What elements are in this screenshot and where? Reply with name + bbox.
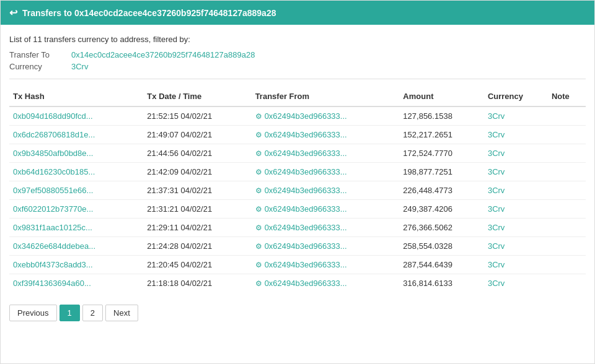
previous-button[interactable]: Previous <box>9 305 57 321</box>
row-currency: 3Crv <box>484 181 548 200</box>
note <box>548 106 586 126</box>
tx-hash-link[interactable]: 0x9b34850afb0bd8e... <box>13 149 93 158</box>
transfer-to-row: Transfer To 0x14ec0cd2acee4ce37260b925f7… <box>9 50 586 59</box>
page-header: ↩ Transfers to 0x14ec0cd2acee4ce37260b92… <box>1 1 594 25</box>
col-amount: Amount <box>399 87 484 106</box>
tx-hash-link[interactable]: 0x97ef50880551e66... <box>13 186 93 195</box>
from-link[interactable]: 0x62494b3ed966333... <box>265 204 347 214</box>
from-link[interactable]: 0x62494b3ed966333... <box>265 223 347 232</box>
back-icon: ↩ <box>9 7 17 19</box>
col-transfer-from: Transfer From <box>252 87 400 106</box>
from-link[interactable]: 0x62494b3ed966333... <box>265 241 347 251</box>
note <box>548 237 586 256</box>
gear-icon[interactable]: ⚙ <box>255 131 262 139</box>
table-row: 0x9831f1aac10125c...21:29:11 04/02/21⚙0x… <box>9 219 586 237</box>
header-row: Tx Hash Tx Date / Time Transfer From Amo… <box>9 87 586 106</box>
table-row: 0xf39f41363694a60...21:18:18 04/02/21⚙0x… <box>9 274 586 293</box>
from-link[interactable]: 0x62494b3ed966333... <box>265 167 347 176</box>
tx-date: 21:18:18 04/02/21 <box>143 274 251 293</box>
table-body: 0xb094d168dd90fcd...21:52:15 04/02/21⚙0x… <box>9 106 586 292</box>
gear-icon[interactable]: ⚙ <box>255 149 262 158</box>
currency-row: Currency 3Crv <box>9 62 586 71</box>
note <box>548 163 586 181</box>
tx-date: 21:49:07 04/02/21 <box>143 126 251 144</box>
table-row: 0xf6022012b73770e...21:31:21 04/02/21⚙0x… <box>9 200 586 219</box>
tx-hash-link[interactable]: 0xb64d16230c0b185... <box>13 167 95 176</box>
amount: 172,524.7770 <box>399 144 484 163</box>
gear-icon[interactable]: ⚙ <box>255 261 262 269</box>
row-currency: 3Crv <box>484 219 548 237</box>
note <box>548 126 586 144</box>
gear-icon[interactable]: ⚙ <box>255 168 262 176</box>
table-row: 0x9b34850afb0bd8e...21:44:56 04/02/21⚙0x… <box>9 144 586 163</box>
gear-icon[interactable]: ⚙ <box>255 205 262 214</box>
col-tx-date: Tx Date / Time <box>143 87 251 106</box>
gear-icon[interactable]: ⚙ <box>255 279 262 288</box>
table-row: 0xb094d168dd90fcd...21:52:15 04/02/21⚙0x… <box>9 106 586 126</box>
page-1-button[interactable]: 1 <box>60 305 80 321</box>
currency-label: Currency <box>9 62 71 71</box>
currency-value: 3Crv <box>71 62 88 71</box>
tx-hash-link[interactable]: 0xebb0f4373c8add3... <box>13 260 93 269</box>
col-currency: Currency <box>484 87 548 106</box>
transfers-table: Tx Hash Tx Date / Time Transfer From Amo… <box>9 87 586 292</box>
row-currency: 3Crv <box>484 126 548 144</box>
table-row: 0xb64d16230c0b185...21:42:09 04/02/21⚙0x… <box>9 163 586 181</box>
tx-date: 21:42:09 04/02/21 <box>143 163 251 181</box>
divider <box>9 79 586 79</box>
tx-date: 21:44:56 04/02/21 <box>143 144 251 163</box>
table-row: 0x34626e684ddebea...21:24:28 04/02/21⚙0x… <box>9 237 586 256</box>
row-currency: 3Crv <box>484 274 548 293</box>
col-tx-hash: Tx Hash <box>9 87 143 106</box>
amount: 152,217.2651 <box>399 126 484 144</box>
tx-date: 21:24:28 04/02/21 <box>143 237 251 256</box>
note <box>548 181 586 200</box>
from-link[interactable]: 0x62494b3ed966333... <box>265 260 347 269</box>
from-link[interactable]: 0x62494b3ed966333... <box>265 130 347 139</box>
row-currency: 3Crv <box>484 106 548 126</box>
amount: 287,544.6439 <box>399 256 484 274</box>
amount: 316,814.6133 <box>399 274 484 293</box>
note <box>548 274 586 293</box>
tx-date: 21:37:31 04/02/21 <box>143 181 251 200</box>
page-2-button[interactable]: 2 <box>82 305 103 321</box>
transfer-to-label: Transfer To <box>9 50 71 59</box>
row-currency: 3Crv <box>484 200 548 219</box>
row-currency: 3Crv <box>484 144 548 163</box>
amount: 276,366.5062 <box>399 219 484 237</box>
gear-icon[interactable]: ⚙ <box>255 242 262 251</box>
tx-date: 21:29:11 04/02/21 <box>143 219 251 237</box>
header-title: Transfers to 0x14ec0cd2acee4ce37260b925f… <box>22 8 276 18</box>
gear-icon[interactable]: ⚙ <box>255 223 262 232</box>
tx-hash-link[interactable]: 0x9831f1aac10125c... <box>13 223 92 232</box>
amount: 226,448.4773 <box>399 181 484 200</box>
note <box>548 200 586 219</box>
transfer-to-value[interactable]: 0x14ec0cd2acee4ce37260b925f74648127a889a… <box>71 50 255 59</box>
amount: 249,387.4206 <box>399 200 484 219</box>
table-row: 0x97ef50880551e66...21:37:31 04/02/21⚙0x… <box>9 181 586 200</box>
gear-icon[interactable]: ⚙ <box>255 112 262 121</box>
from-link[interactable]: 0x62494b3ed966333... <box>265 186 347 195</box>
from-link[interactable]: 0x62494b3ed966333... <box>265 111 347 121</box>
from-link[interactable]: 0x62494b3ed966333... <box>265 149 347 158</box>
next-button[interactable]: Next <box>105 305 138 321</box>
tx-date: 21:31:21 04/02/21 <box>143 200 251 219</box>
table-row: 0x6dc268706818d1e...21:49:07 04/02/21⚙0x… <box>9 126 586 144</box>
from-link[interactable]: 0x62494b3ed966333... <box>265 279 347 288</box>
amount: 198,877.7251 <box>399 163 484 181</box>
tx-hash-link[interactable]: 0xf39f41363694a60... <box>13 279 91 288</box>
tx-hash-link[interactable]: 0xf6022012b73770e... <box>13 204 93 214</box>
pagination: Previous 1 2 Next <box>9 305 586 321</box>
note <box>548 256 586 274</box>
main-container: ↩ Transfers to 0x14ec0cd2acee4ce37260b92… <box>0 0 595 364</box>
row-currency: 3Crv <box>484 256 548 274</box>
table-row: 0xebb0f4373c8add3...21:20:45 04/02/21⚙0x… <box>9 256 586 274</box>
tx-hash-link[interactable]: 0x34626e684ddebea... <box>13 241 95 251</box>
amount: 127,856.1538 <box>399 106 484 126</box>
gear-icon[interactable]: ⚙ <box>255 186 262 195</box>
note <box>548 219 586 237</box>
row-currency: 3Crv <box>484 163 548 181</box>
tx-hash-link[interactable]: 0x6dc268706818d1e... <box>13 130 95 139</box>
tx-hash-link[interactable]: 0xb094d168dd90fcd... <box>13 111 93 121</box>
amount: 258,554.0328 <box>399 237 484 256</box>
